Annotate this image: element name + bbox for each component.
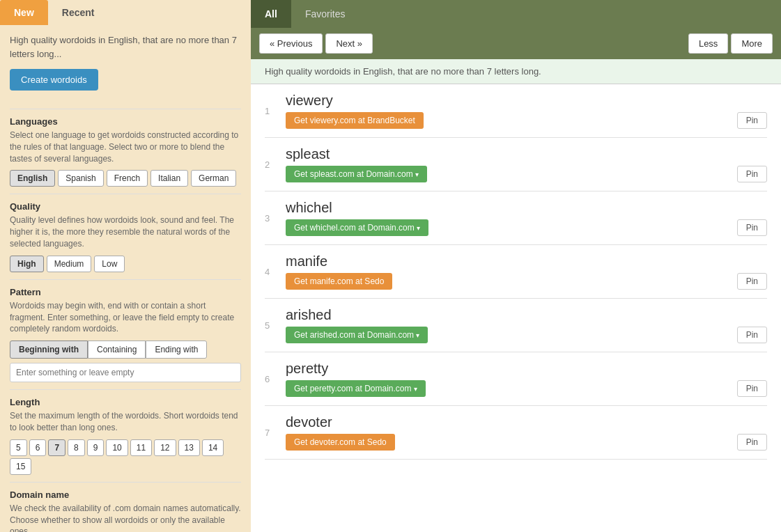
wordoid-row: 7 devoter Get devoter.com at Sedo Pin	[265, 406, 767, 460]
length-section: Length Set the maximum length of the wor…	[10, 397, 241, 475]
wordoid-info: manife Get manife.com at Sedo Pin	[286, 253, 767, 290]
pattern-label: Pattern	[10, 287, 41, 297]
wordoid-row: 4 manife Get manife.com at Sedo Pin	[265, 245, 767, 299]
domain-label: Domain name	[10, 490, 69, 500]
wordoid-number: 5	[265, 320, 286, 331]
wordoid-name: arished	[286, 307, 767, 323]
domain-link-button[interactable]: Get manife.com at Sedo	[286, 273, 392, 290]
next-button[interactable]: Next »	[325, 33, 373, 54]
more-button[interactable]: More	[731, 33, 773, 54]
wordoid-name: spleast	[286, 146, 767, 162]
lang-german[interactable]: German	[191, 170, 236, 187]
wordoid-info: whichel Get whichel.com at Domain.com ▾ …	[286, 200, 767, 236]
len-8[interactable]: 8	[68, 439, 85, 456]
wordoid-row: 3 whichel Get whichel.com at Domain.com …	[265, 191, 767, 245]
len-9[interactable]: 9	[87, 439, 105, 456]
pattern-tabs: Beginning with Containing Ending with	[10, 341, 241, 359]
right-panel: All Favorites « Previous Next » Less Mor…	[251, 0, 781, 532]
pin-button[interactable]: Pin	[737, 273, 767, 290]
lang-english[interactable]: English	[10, 170, 55, 187]
left-panel: New Recent High quality wordoids in Engl…	[0, 0, 251, 532]
languages-desc: Select one language to get wordoids cons…	[10, 130, 241, 164]
quality-label: Quality	[10, 201, 40, 212]
len-13[interactable]: 13	[178, 439, 200, 456]
wordoid-info: peretty Get peretty.com at Domain.com ▾ …	[286, 361, 767, 397]
pin-button[interactable]: Pin	[737, 166, 767, 182]
quality-section: Quality Quality level defines how wordoi…	[10, 201, 241, 272]
wordoid-row: 5 arished Get arished.com at Domain.com …	[265, 299, 767, 352]
languages-group: English Spanish French Italian German	[10, 170, 241, 187]
pin-button[interactable]: Pin	[737, 219, 767, 236]
domain-link-button[interactable]: Get devoter.com at Sedo	[286, 434, 395, 451]
lang-spanish[interactable]: Spanish	[58, 170, 103, 187]
wordoid-number: 1	[265, 106, 286, 116]
pattern-section: Pattern Wordoids may begin with, end wit…	[10, 287, 241, 382]
wordoid-number: 2	[265, 159, 286, 170]
prev-button[interactable]: « Previous	[259, 33, 323, 54]
wordoid-info: arished Get arished.com at Domain.com ▾ …	[286, 307, 767, 343]
wordoid-name: whichel	[286, 200, 767, 216]
result-description: High quality wordoids in English, that a…	[251, 59, 781, 84]
len-5[interactable]: 5	[10, 439, 27, 456]
domain-link-button[interactable]: Get whichel.com at Domain.com ▾	[286, 219, 428, 236]
len-14[interactable]: 14	[202, 439, 224, 456]
wordoid-actions: Get viewery.com at BrandBucket Pin	[286, 112, 767, 129]
domain-link-button[interactable]: Get viewery.com at BrandBucket	[286, 112, 424, 129]
pin-button[interactable]: Pin	[737, 380, 767, 397]
tab-favorites[interactable]: Favorites	[291, 0, 359, 28]
lang-italian[interactable]: Italian	[150, 170, 188, 187]
len-11[interactable]: 11	[130, 439, 152, 456]
pattern-input[interactable]	[10, 363, 241, 382]
quality-low[interactable]: Low	[94, 256, 125, 272]
quality-high[interactable]: High	[10, 256, 44, 272]
wordoid-number: 7	[265, 428, 286, 438]
tab-new[interactable]: New	[0, 0, 48, 25]
wordoid-row: 2 spleast Get spleast.com at Domain.com …	[265, 138, 767, 191]
pin-button[interactable]: Pin	[737, 112, 767, 129]
less-button[interactable]: Less	[688, 33, 728, 54]
pattern-desc: Wordoids may begin with, end with or con…	[10, 300, 241, 335]
create-wordoids-button[interactable]: Create wordoids	[10, 69, 98, 91]
domain-section: Domain name We check the availability of…	[10, 490, 241, 532]
left-tab-bar: New Recent	[0, 0, 251, 25]
dropdown-arrow-icon: ▾	[415, 171, 419, 178]
wordoid-actions: Get peretty.com at Domain.com ▾ Pin	[286, 380, 767, 397]
pattern-ending[interactable]: Ending with	[146, 341, 207, 359]
len-7[interactable]: 7	[48, 439, 65, 456]
wordoid-info: viewery Get viewery.com at BrandBucket P…	[286, 93, 767, 129]
pattern-containing[interactable]: Containing	[88, 341, 146, 359]
len-6[interactable]: 6	[29, 439, 47, 456]
wordoid-number: 3	[265, 213, 286, 224]
quality-desc: Quality level defines how wordoids look,…	[10, 214, 241, 249]
domain-link-button[interactable]: Get peretty.com at Domain.com ▾	[286, 380, 426, 397]
lang-french[interactable]: French	[107, 170, 148, 187]
right-tab-bar: All Favorites	[251, 0, 781, 28]
domain-desc: We check the availability of .com domain…	[10, 503, 241, 532]
domain-link-button[interactable]: Get spleast.com at Domain.com ▾	[286, 166, 427, 182]
quality-group: High Medium Low	[10, 256, 241, 272]
wordoid-number: 6	[265, 374, 286, 384]
pin-button[interactable]: Pin	[737, 434, 767, 451]
length-desc: Set the maximum length of the wordoids. …	[10, 410, 241, 434]
pin-button[interactable]: Pin	[737, 327, 767, 343]
wordoid-actions: Get whichel.com at Domain.com ▾ Pin	[286, 219, 767, 236]
len-10[interactable]: 10	[106, 439, 127, 456]
wordoid-list: 1 viewery Get viewery.com at BrandBucket…	[251, 84, 781, 460]
domain-link-button[interactable]: Get arished.com at Domain.com ▾	[286, 327, 428, 343]
languages-label: Languages	[10, 116, 58, 127]
tab-recent[interactable]: Recent	[48, 0, 109, 25]
wordoid-info: devoter Get devoter.com at Sedo Pin	[286, 414, 767, 451]
wordoid-actions: Get arished.com at Domain.com ▾ Pin	[286, 327, 767, 343]
wordoid-actions: Get devoter.com at Sedo Pin	[286, 434, 767, 451]
len-15[interactable]: 15	[10, 458, 31, 475]
pattern-beginning[interactable]: Beginning with	[10, 341, 88, 359]
length-label: Length	[10, 397, 40, 407]
wordoid-row: 6 peretty Get peretty.com at Domain.com …	[265, 352, 767, 406]
length-group: 5 6 7 8 9 10 11 12 13 14 15	[10, 439, 241, 475]
len-12[interactable]: 12	[154, 439, 176, 456]
quality-medium[interactable]: Medium	[47, 256, 92, 272]
tab-all[interactable]: All	[251, 0, 291, 28]
wordoid-name: devoter	[286, 414, 767, 430]
nav-bar: « Previous Next » Less More	[251, 28, 781, 59]
languages-section: Languages Select one language to get wor…	[10, 116, 241, 187]
